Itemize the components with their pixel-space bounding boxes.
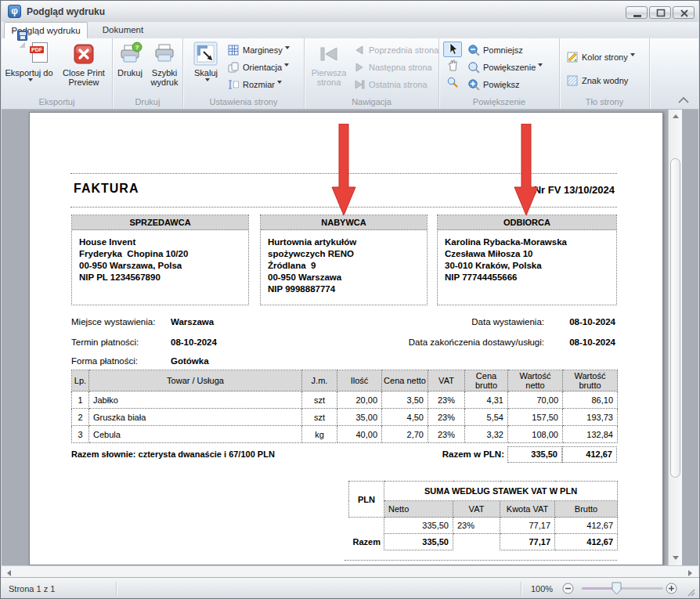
buyer-header: NABYWCA — [261, 215, 427, 230]
close-print-preview-button[interactable]: Close Print Preview — [56, 41, 111, 95]
zoom-tool-button[interactable] — [443, 76, 462, 92]
last-page-icon — [353, 78, 366, 91]
close-preview-icon — [71, 41, 96, 67]
prev-page-icon — [353, 44, 366, 56]
zoom-level-button[interactable]: Powiększenie — [467, 60, 543, 75]
group-label-tlo: Tło strony — [560, 97, 649, 106]
dropdown-caret — [205, 78, 210, 84]
zoom-in-icon — [467, 78, 480, 91]
watermark-button[interactable]: Znak wodny — [566, 73, 628, 88]
scroll-up-arrow[interactable] — [673, 114, 679, 118]
issue-place-label: Miejsce wystawienia: — [71, 317, 155, 327]
statusbar-separator — [521, 582, 521, 595]
due-date-label: Termin płatności: — [71, 337, 139, 347]
dropdown-caret — [284, 63, 289, 69]
dropdown-caret — [285, 46, 290, 52]
seller-line: Fryderyka Chopina 10/20 — [79, 248, 241, 260]
scroll-left-arrow[interactable] — [7, 570, 11, 576]
zoom-out-button[interactable]: Pomniejsz — [467, 42, 523, 58]
zoom-slider-thumb[interactable] — [612, 582, 622, 595]
close-button[interactable] — [673, 6, 695, 19]
buyer-line: spożywczych RENO — [268, 248, 420, 260]
size-icon — [227, 78, 240, 91]
hand-icon — [446, 59, 459, 72]
scroll-right-arrow[interactable] — [688, 570, 692, 576]
annotation-arrow-nabywca — [330, 124, 358, 216]
scale-icon — [193, 41, 218, 67]
receiver-line: NIP 77744455666 — [445, 272, 609, 283]
items-table: Lp. Towar / Usługa J.m. Ilość Cena netto… — [71, 370, 618, 443]
size-button[interactable]: Rozmiar — [227, 77, 282, 92]
col-header: Wartość netto — [508, 370, 563, 392]
orientation-button[interactable]: Orientacja — [227, 60, 289, 75]
close-icon — [673, 7, 695, 20]
last-page-button[interactable]: Ostatnia strona — [353, 77, 428, 92]
buyer-box: NABYWCA Hurtownia artykułów spożywczych … — [260, 215, 428, 305]
vertical-scrollbar[interactable] — [668, 110, 682, 565]
payment-method-value: Gotówka — [171, 356, 209, 366]
title-bar: φ Podgląd wydruku — [2, 1, 698, 22]
invoice-title: FAKTURA — [74, 182, 139, 196]
issue-date-label: Data wystawienia: — [471, 317, 544, 327]
quick-print-button[interactable]: Szybki wydruk — [147, 41, 182, 95]
print-preview-window: φ Podgląd wydruku Podgląd wydruku Dokume… — [0, 0, 700, 599]
document-viewport: FAKTURA Nr FV 13/10/2024 SPRZEDAWCA Hous… — [2, 110, 698, 579]
collapse-ribbon-button[interactable] — [676, 95, 691, 106]
group-label-powiekszenie: Powiększenie — [439, 97, 559, 106]
dropdown-caret — [277, 81, 282, 86]
scale-button[interactable]: Skaluj — [188, 41, 224, 95]
group-nawigacja: Pierwsza strona Poprzednia strona Następ… — [305, 38, 439, 109]
resize-grip[interactable] — [686, 586, 695, 595]
total-label: Razem w PLN: — [442, 449, 504, 459]
next-page-button[interactable]: Następna strona — [353, 60, 432, 75]
watermark-icon — [566, 74, 579, 87]
zoom-in-slider-button[interactable] — [666, 583, 677, 594]
receiver-line: 30-010 Kraków, Polska — [445, 260, 609, 272]
vat-data-row: 335,50 23% 77,17 412,67 — [349, 518, 618, 534]
seller-line: House Invent — [79, 236, 241, 248]
buyer-line: Źródlana 9 — [268, 260, 420, 272]
maximize-button[interactable] — [649, 6, 671, 19]
items-header-row: Lp. Towar / Usługa J.m. Ilość Cena netto… — [72, 370, 618, 392]
buyer-line: 00-950 Warszawa — [268, 272, 420, 283]
zoom-in-button[interactable]: Powiększ — [467, 77, 519, 92]
scroll-down-arrow[interactable] — [673, 556, 679, 560]
margin-guide-bottom — [345, 560, 617, 561]
dropdown-caret — [538, 63, 543, 69]
col-header: Towar / Usługa — [89, 370, 302, 392]
ribbon-filler — [650, 38, 698, 109]
first-page-button[interactable]: Pierwsza strona — [308, 41, 350, 95]
export-to-button[interactable]: PDF Eksportuj do — [5, 41, 53, 95]
tab-dokument[interactable]: Dokument — [89, 22, 157, 38]
zoom-slider-track[interactable] — [582, 587, 663, 590]
pointer-icon — [446, 42, 459, 56]
seller-header: SPRZEDAWCA — [72, 215, 248, 230]
margins-button[interactable]: Marginesy — [227, 42, 290, 58]
svg-text:?: ? — [135, 44, 139, 51]
export-pdf-icon: PDF — [16, 41, 41, 67]
vat-summary-table: PLN SUMA WEDŁUG STAWEK VAT W PLN Netto V… — [348, 481, 618, 550]
vertical-scrollbar-thumb[interactable] — [670, 158, 680, 478]
group-eksportuj: PDF Eksportuj do Close Print Preview Eks… — [2, 38, 113, 109]
print-button[interactable]: ? Drukuj — [114, 41, 146, 95]
next-page-icon — [353, 61, 366, 74]
pan-tool-button[interactable] — [443, 59, 462, 74]
dropdown-caret — [28, 78, 33, 84]
vat-header-row: Netto VAT Kwota VAT Brutto — [349, 501, 618, 518]
magnifier-tool-icon — [446, 76, 459, 89]
minus-circle-icon — [562, 583, 574, 594]
table-row: 2 Gruszka biała szt 35,00 4,50 23% 5,54 … — [72, 409, 618, 426]
minimize-button[interactable] — [626, 6, 648, 19]
pointer-tool-button[interactable] — [443, 41, 462, 57]
chevron-up-icon — [676, 95, 691, 106]
vat-currency: PLN — [349, 482, 384, 518]
page-color-button[interactable]: Kolor strony — [566, 49, 635, 65]
total-net: 335,50 — [507, 446, 562, 463]
prev-page-button[interactable]: Poprzednia strona — [353, 42, 438, 58]
plus-circle-icon — [666, 583, 677, 594]
zoom-out-slider-button[interactable] — [562, 583, 574, 594]
col-header: Cena netto — [382, 370, 428, 392]
app-icon: φ — [8, 5, 21, 18]
group-label-ustawienia: Ustawienia strony — [183, 97, 304, 106]
group-label-eksportuj: Eksportuj — [2, 97, 112, 106]
